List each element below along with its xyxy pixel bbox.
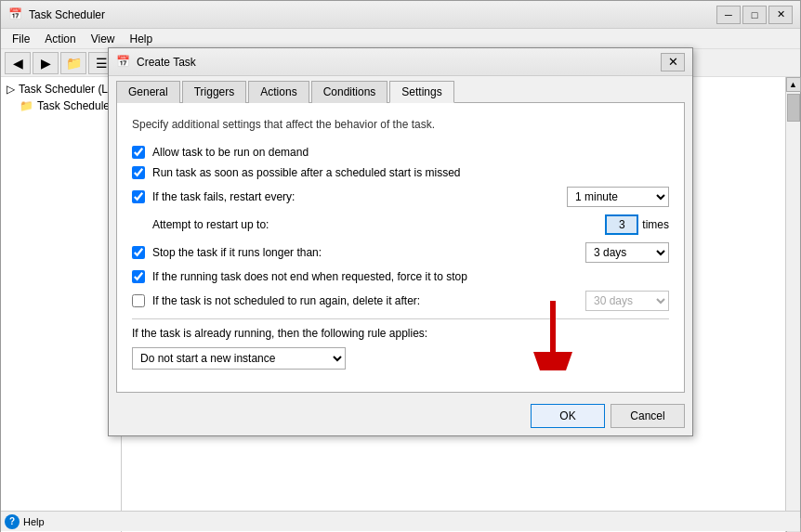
restart-interval-select[interactable]: 1 minute 5 minutes 10 minutes 30 minutes… — [567, 187, 669, 207]
restart-fails-checkbox[interactable] — [132, 190, 145, 203]
tab-general[interactable]: General — [116, 81, 180, 103]
allow-demand-row: Allow task to be run on demand — [132, 146, 669, 159]
dialog-title-bar: 📅 Create Task ✕ — [109, 48, 692, 76]
tree-item-child[interactable]: 📁 Task Scheduler... — [5, 97, 117, 114]
stop-long-label: Stop the task if it runs longer than: — [152, 246, 585, 259]
back-button[interactable]: ◀ — [5, 52, 31, 74]
restart-fails-row: If the task fails, restart every: 1 minu… — [132, 187, 669, 207]
main-window: 📅 Task Scheduler ─ □ ✕ File Action View … — [0, 0, 801, 532]
dialog-content: Specify additional settings that affect … — [116, 102, 685, 393]
create-task-dialog: 📅 Create Task ✕ General Triggers Actions… — [108, 47, 693, 436]
restart-attempts-suffix: times — [642, 218, 669, 231]
force-stop-row: If the running task does not end when re… — [132, 270, 669, 283]
delete-after-select[interactable]: 30 days 60 days 90 days — [585, 291, 669, 311]
restart-attempts-label: Attempt to restart up to: — [132, 218, 605, 231]
minimize-button[interactable]: ─ — [716, 6, 741, 24]
menu-view[interactable]: View — [84, 31, 123, 47]
scrollbar-right[interactable]: ▲ ▼ — [785, 77, 800, 532]
scroll-up-button[interactable]: ▲ — [786, 77, 801, 92]
status-bar: ? Help — [1, 511, 800, 531]
run-missed-checkbox[interactable] — [132, 166, 145, 179]
restart-fails-label: If the task fails, restart every: — [152, 190, 567, 203]
stop-duration-group: 1 hour 2 hours 4 hours 1 day 3 days — [585, 242, 669, 263]
stop-duration-select[interactable]: 1 hour 2 hours 4 hours 1 day 3 days — [585, 242, 669, 263]
stop-long-row: Stop the task if it runs longer than: 1 … — [132, 242, 669, 263]
scroll-thumb[interactable] — [787, 94, 800, 122]
run-missed-label: Run task as soon as possible after a sch… — [152, 166, 461, 179]
delete-after-group: 30 days 60 days 90 days — [585, 291, 669, 311]
running-rule-label: If the task is already running, then the… — [132, 327, 669, 340]
menu-file[interactable]: File — [5, 31, 37, 47]
dialog-title: Create Task — [137, 56, 661, 69]
menu-bar: File Action View Help — [1, 29, 800, 49]
close-button[interactable]: ✕ — [768, 6, 793, 24]
tab-triggers[interactable]: Triggers — [182, 81, 247, 103]
run-missed-row: Run task as soon as possible after a sch… — [132, 166, 669, 179]
tab-bar: General Triggers Actions Conditions Sett… — [109, 76, 692, 102]
allow-demand-label: Allow task to be run on demand — [152, 146, 309, 159]
dialog-footer: OK Cancel — [109, 400, 692, 435]
app-icon: 📅 — [8, 7, 23, 22]
dialog-close-button[interactable]: ✕ — [661, 53, 685, 71]
tab-actions[interactable]: Actions — [248, 81, 309, 103]
delete-label: If the task is not scheduled to run agai… — [152, 294, 585, 307]
allow-demand-checkbox[interactable] — [132, 146, 145, 159]
delete-checkbox[interactable] — [132, 294, 145, 307]
dialog-description: Specify additional settings that affect … — [132, 118, 669, 131]
force-stop-label: If the running task does not end when re… — [152, 270, 467, 283]
folder-button[interactable]: 📁 — [60, 52, 86, 74]
restart-attempts-row: Attempt to restart up to: times — [132, 214, 669, 235]
restart-attempts-group: times — [605, 214, 669, 235]
divider — [132, 318, 669, 319]
tab-conditions[interactable]: Conditions — [311, 81, 388, 103]
stop-long-checkbox[interactable] — [132, 246, 145, 259]
cancel-button[interactable]: Cancel — [611, 404, 685, 428]
title-bar: 📅 Task Scheduler ─ □ ✕ — [1, 1, 800, 29]
forward-button[interactable]: ▶ — [33, 52, 59, 74]
tree-item-root[interactable]: ▷ Task Scheduler (L... — [5, 81, 117, 97]
restart-attempts-input[interactable] — [605, 214, 638, 235]
maximize-button[interactable]: □ — [742, 6, 767, 24]
restart-interval-group: 1 minute 5 minutes 10 minutes 30 minutes… — [567, 187, 669, 207]
help-icon[interactable]: ? — [5, 514, 20, 529]
menu-help[interactable]: Help — [123, 31, 161, 47]
delete-row: If the task is not scheduled to run agai… — [132, 291, 669, 311]
app-title: Task Scheduler — [29, 8, 716, 21]
left-panel: ▷ Task Scheduler (L... 📁 Task Scheduler.… — [1, 77, 122, 532]
force-stop-checkbox[interactable] — [132, 270, 145, 283]
help-label: Help — [23, 516, 45, 527]
dialog-icon: 📅 — [116, 55, 131, 70]
tab-settings[interactable]: Settings — [389, 81, 453, 103]
running-rule-select[interactable]: Do not start a new instance Run a new in… — [132, 347, 346, 370]
running-rule-row: Do not start a new instance Run a new in… — [132, 347, 669, 370]
menu-action[interactable]: Action — [37, 31, 83, 47]
window-controls: ─ □ ✕ — [716, 6, 793, 24]
ok-button[interactable]: OK — [531, 404, 605, 428]
